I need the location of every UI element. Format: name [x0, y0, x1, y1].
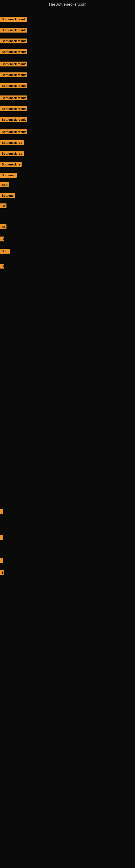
- bottleneck-result-badge: |: [0, 509, 3, 514]
- bottleneck-result-badge: Bottleneck res: [0, 151, 24, 156]
- bottleneck-result-badge: Bo: [0, 224, 6, 229]
- bottleneck-result-badge: Bottlenec: [0, 173, 17, 178]
- bottleneck-result-badge: Bottleneck result: [0, 129, 27, 134]
- bottleneck-result-badge: Bottleneck result: [0, 106, 27, 111]
- bottleneck-result-badge: Bott: [0, 182, 9, 187]
- bottleneck-result-badge: Bottleneck res: [0, 140, 24, 145]
- bottleneck-result-badge: Bottlene: [0, 193, 15, 198]
- bottleneck-result-badge: Bottleneck result: [0, 83, 27, 88]
- bottleneck-result-badge: Bottleneck result: [0, 38, 27, 43]
- bottleneck-result-badge: Bottleneck result: [0, 62, 27, 66]
- bottleneck-result-badge: Bottleneck result: [0, 17, 27, 22]
- bottleneck-result-badge: r: [0, 558, 3, 563]
- bottleneck-result-badge: Bottleneck result: [0, 50, 27, 54]
- site-title: TheBottlenecker.com: [0, 0, 135, 9]
- bottleneck-result-badge: Bottleneck result: [0, 28, 27, 33]
- bottleneck-result-badge: Bottl: [0, 249, 10, 254]
- bottleneck-result-badge: Bo: [0, 204, 6, 208]
- bottleneck-result-badge: Bottleneck result: [0, 72, 27, 77]
- bottleneck-result-badge: Bottleneck result: [0, 117, 27, 122]
- bottleneck-result-badge: B: [0, 570, 4, 575]
- bottleneck-result-badge: Bottleneck re: [0, 162, 21, 167]
- bottleneck-result-badge: B: [0, 237, 4, 241]
- bottleneck-result-badge: B: [0, 264, 4, 269]
- bottleneck-result-badge: |: [0, 535, 3, 540]
- bottleneck-result-badge: Bottleneck result: [0, 95, 27, 100]
